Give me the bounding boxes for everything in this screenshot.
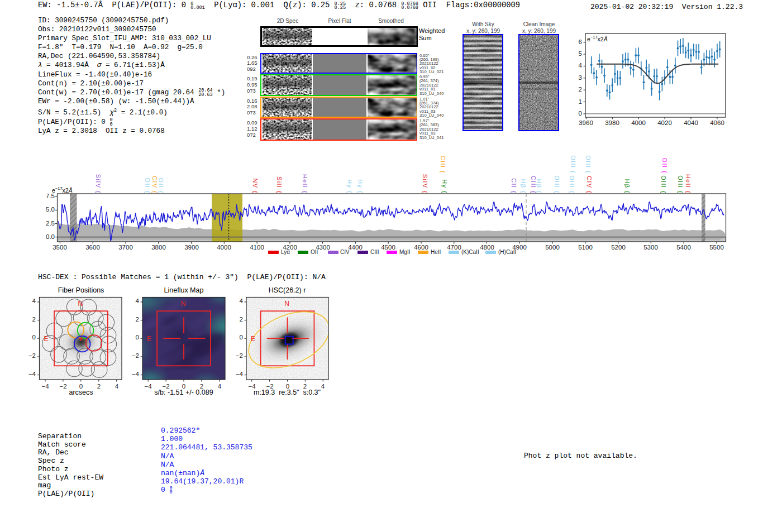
svg-text:E: E <box>44 335 49 343</box>
svg-text:N: N <box>284 300 289 308</box>
svg-text:E: E <box>251 335 255 343</box>
svg-text:E: E <box>147 335 151 343</box>
svg-text:N: N <box>181 300 186 308</box>
svg-text:N: N <box>78 300 83 308</box>
